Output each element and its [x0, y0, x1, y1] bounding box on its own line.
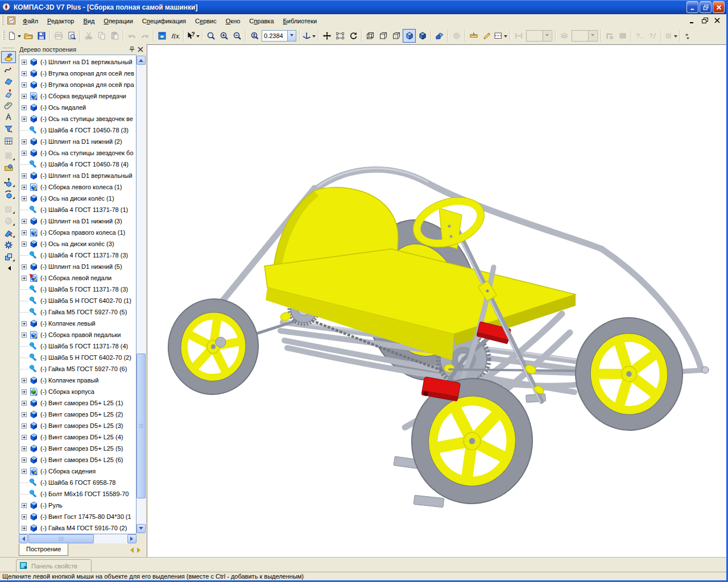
- corner-button[interactable]: [603, 29, 616, 43]
- menu-1[interactable]: Редактор: [43, 16, 78, 26]
- dropdown-arrow-icon[interactable]: [196, 35, 200, 39]
- tree-item[interactable]: +(-) Шплинт на D1 нижний (5): [20, 261, 136, 272]
- tree-item[interactable]: +(-) Ось на диски колёс (3): [20, 238, 136, 250]
- toolbar-overflow-button[interactable]: »: [682, 29, 695, 43]
- vertical-scroll-thumb[interactable]: [136, 354, 146, 498]
- tree-item[interactable]: (-) Гайка М5 ГОСТ 5927-70 (5): [20, 306, 136, 318]
- component-collections-button[interactable]: [1, 251, 16, 263]
- save-document-button[interactable]: [35, 29, 48, 43]
- tab-scroll-left-icon[interactable]: [127, 547, 134, 553]
- zoom-scale-input[interactable]: [262, 31, 287, 41]
- tree-expander[interactable]: +: [22, 332, 27, 338]
- 3d-viewport[interactable]: [147, 44, 726, 557]
- menu-8[interactable]: Библиотеки: [279, 16, 322, 26]
- tree-item[interactable]: (-) Шайба 4 ГОСТ 10450-78 (4): [20, 159, 136, 170]
- zoom-by-scale-button[interactable]: [247, 29, 260, 43]
- tree-item[interactable]: +(-) Ось пидалей: [20, 102, 136, 113]
- tree-vertical-scrollbar[interactable]: [136, 56, 146, 533]
- tree-horizontal-scrollbar[interactable]: [19, 534, 136, 543]
- tree-expander[interactable]: +: [22, 173, 27, 178]
- pin-icon[interactable]: [127, 45, 136, 53]
- tree-item[interactable]: +(-) Ось на ступицы звездочек бо: [20, 147, 136, 159]
- tree-item[interactable]: (-) Гайка М5 ГОСТ 5927-70 (6): [20, 363, 136, 375]
- tree-item[interactable]: +(-) Ось на ступицы звездочек ве: [20, 113, 136, 124]
- restore-button[interactable]: [700, 1, 712, 13]
- left-toolbar-grip[interactable]: [3, 46, 14, 49]
- tree-item[interactable]: +(-) Винт саморез D5+ L25 (1): [20, 397, 136, 409]
- tree-expander[interactable]: +: [22, 151, 27, 156]
- tree-expander[interactable]: +: [22, 196, 27, 201]
- surface-arrow-button[interactable]: [1, 87, 16, 99]
- tree-item[interactable]: +(-) Сборка правого колеса (1): [20, 227, 136, 238]
- hidden-thin-button[interactable]: [390, 29, 403, 43]
- tree-item[interactable]: +(-) Сборка сидения: [20, 465, 136, 477]
- placement-button[interactable]: [1, 203, 16, 215]
- cut-button[interactable]: [82, 29, 95, 43]
- zoom-out-button[interactable]: [230, 29, 243, 43]
- tree-expander[interactable]: +: [22, 94, 27, 99]
- tree-item[interactable]: +(-) Винт саморез D5+ L25 (5): [20, 443, 136, 454]
- tree-expander[interactable]: +: [22, 526, 27, 531]
- properties-panel-bar[interactable]: Панель свойств: [16, 559, 92, 572]
- spec-table-button[interactable]: [1, 135, 16, 147]
- tree-item[interactable]: +(-) Втулка опорная для осей лев: [20, 68, 136, 79]
- tree-item[interactable]: +(-) Винт Гост 17475-80 D4*30 (1: [20, 511, 136, 522]
- spacing-button[interactable]: [512, 29, 525, 43]
- tree-item[interactable]: +(-) Колпачек правый: [20, 375, 136, 386]
- tree-item[interactable]: +(-) Сборка левого колеса (1): [20, 181, 136, 193]
- tree-item[interactable]: +(-) Сборка корпуса: [20, 386, 136, 397]
- tree-item[interactable]: (-) Шайба 4 ГОСТ 11371-78 (1): [20, 204, 136, 215]
- tree-expander[interactable]: +: [22, 435, 27, 440]
- dropdown-arrow-icon[interactable]: [312, 35, 316, 39]
- close-panel-icon[interactable]: [136, 45, 144, 53]
- tree-expander[interactable]: +: [22, 276, 27, 281]
- tree-item[interactable]: +(-) Винт саморез D5+ L25 (6): [20, 454, 136, 465]
- tree-expander[interactable]: +: [22, 514, 27, 519]
- tree-expander[interactable]: +: [22, 185, 27, 190]
- rotate-view-button[interactable]: [346, 29, 359, 43]
- tree-item[interactable]: +(-) Шплинт на D1 нижний (3): [20, 215, 136, 227]
- tree-expander[interactable]: +: [22, 230, 27, 235]
- tree-expander[interactable]: +: [22, 446, 27, 451]
- scroll-down-button[interactable]: [136, 524, 146, 533]
- tree-item[interactable]: (-) Шайба 6 ГОСТ 6958-78: [20, 477, 136, 488]
- layers-button[interactable]: [557, 29, 570, 43]
- tree-item[interactable]: +(-) Ось на диски колёс (1): [20, 193, 136, 204]
- menu-2[interactable]: Вид: [78, 16, 99, 26]
- tree-item[interactable]: +(-) Сборка левой педали: [20, 272, 136, 284]
- gokart-assembly-model[interactable]: [147, 45, 726, 557]
- attachments-button[interactable]: [1, 99, 16, 111]
- menu-3[interactable]: Операции: [99, 16, 137, 26]
- tree-expander[interactable]: +: [22, 321, 27, 326]
- open-document-button[interactable]: [22, 29, 35, 43]
- redraw-brush-button[interactable]: [480, 29, 493, 43]
- new-document-button[interactable]: [7, 29, 22, 43]
- what-object-button[interactable]: ?: [646, 29, 659, 43]
- tree-item[interactable]: +(-) Винт саморез D5+ L25 (4): [20, 431, 136, 443]
- print-button[interactable]: [52, 29, 65, 43]
- print-preview-button[interactable]: [65, 29, 78, 43]
- paste-button[interactable]: [108, 29, 121, 43]
- gear-mate-button[interactable]: [1, 239, 16, 251]
- menu-5[interactable]: Сервис: [191, 16, 221, 26]
- library-folder-button[interactable]: [1, 161, 16, 173]
- mdi-close-button[interactable]: [713, 17, 722, 25]
- tree-item[interactable]: +(-) Шплинт на D1 вертикальный: [20, 170, 136, 181]
- tree-expander[interactable]: +: [22, 423, 27, 429]
- variables-button[interactable]: [155, 29, 168, 43]
- move-component-button[interactable]: [1, 176, 16, 188]
- tree-item[interactable]: (-) Шайба 4 ГОСТ 11371-78 (3): [20, 250, 136, 261]
- wireframe-button[interactable]: [363, 29, 377, 43]
- tree-item[interactable]: (-) Шайба 5 Н ГОСТ 6402-70 (1): [20, 295, 136, 306]
- tree-expander[interactable]: +: [22, 219, 27, 224]
- stamp-button[interactable]: [616, 29, 629, 43]
- tree-item[interactable]: +(-) Гайка М4 ГОСТ 5916-70 (2): [20, 522, 136, 534]
- tree-expander[interactable]: +: [22, 503, 27, 508]
- tree-item[interactable]: +(-) Винт саморез D5+ L25 (3): [20, 420, 136, 431]
- tree-expander[interactable]: +: [22, 105, 27, 110]
- tree-expander[interactable]: +: [22, 469, 27, 474]
- scroll-right-button[interactable]: [127, 534, 136, 543]
- help-cursor-button[interactable]: ?: [185, 29, 200, 43]
- tree-expander[interactable]: +: [22, 82, 27, 88]
- zoom-search-button[interactable]: [204, 29, 217, 43]
